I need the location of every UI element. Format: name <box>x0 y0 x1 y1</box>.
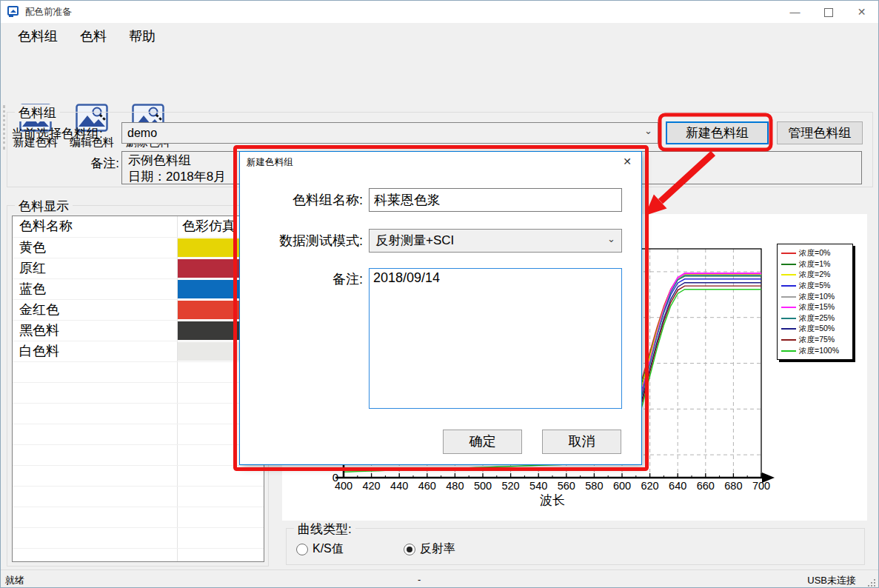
cancel-button[interactable]: 取消 <box>542 430 621 454</box>
legend-label: 浓度=0% <box>799 248 830 258</box>
legend-item: 浓度=50% <box>781 324 849 335</box>
manage-colorant-set-button[interactable]: 管理色料组 <box>777 121 863 144</box>
svg-text:0: 0 <box>332 471 338 484</box>
legend-line-swatch <box>781 253 796 254</box>
legend-line-swatch <box>781 264 796 265</box>
legend-label: 浓度=25% <box>799 313 835 324</box>
legend-line-swatch <box>781 318 796 319</box>
dialog-close-icon[interactable]: ✕ <box>620 156 635 167</box>
legend-item: 浓度=75% <box>781 335 849 346</box>
empty-swatch-cell <box>177 507 264 527</box>
svg-text:500: 500 <box>474 480 492 492</box>
svg-text:560: 560 <box>558 480 575 492</box>
table-row[interactable]: 蓝色 <box>13 279 264 300</box>
remark-label: 备注: <box>45 155 119 172</box>
svg-text:680: 680 <box>724 480 742 492</box>
radio-label: 反射率 <box>420 541 455 557</box>
dialog-remark-textarea[interactable]: 2018/09/14 <box>369 268 622 409</box>
pigment-name-cell: 蓝色 <box>13 279 177 299</box>
dropdown-value: 反射测量+SCI <box>375 233 454 247</box>
dialog-title: 新建色料组 <box>247 156 293 169</box>
name-field-label: 色料组名称: <box>247 191 363 209</box>
set-name-input[interactable] <box>369 188 622 212</box>
table-row[interactable]: 黑色料 <box>13 321 264 341</box>
legend-label: 浓度=15% <box>799 302 835 313</box>
svg-text:640: 640 <box>669 480 686 492</box>
legend-item: 浓度=100% <box>781 345 849 356</box>
app-window: 配色前准备 — ✕ 色料组色料帮助 新建色料编辑色料删除色料 色料组 当前选择色… <box>0 0 879 588</box>
chart-legend: 浓度=0%浓度=1%浓度=2%浓度=5%浓度=10%浓度=15%浓度=25%浓度… <box>777 244 853 360</box>
radio-option-ks[interactable]: K/S值 <box>296 541 344 557</box>
legend-label: 浓度=100% <box>799 346 839 356</box>
group-title: 色料组 <box>15 104 60 121</box>
table-row-empty <box>13 362 264 383</box>
maximize-button[interactable] <box>812 1 845 23</box>
toolbar: 新建色料编辑色料删除色料 <box>1 50 878 108</box>
empty-name-cell <box>13 507 177 527</box>
svg-text:660: 660 <box>697 480 715 492</box>
table-row[interactable]: 白色料 <box>13 341 264 362</box>
svg-text:440: 440 <box>390 480 408 492</box>
legend-label: 浓度=10% <box>799 292 835 302</box>
pigment-name-cell: 黑色料 <box>13 321 177 341</box>
new-colorant-set-button[interactable]: 新建色料组 <box>666 121 769 144</box>
group-title: 曲线类型: <box>294 521 355 538</box>
empty-name-cell <box>13 487 177 507</box>
empty-swatch-cell <box>177 487 264 507</box>
mode-field-label: 数据测试模式: <box>247 232 363 250</box>
empty-name-cell <box>13 404 177 424</box>
legend-label: 浓度=75% <box>799 335 835 345</box>
table-row[interactable]: 黄色 <box>13 238 264 258</box>
table-row-empty <box>13 404 264 424</box>
svg-text:580: 580 <box>585 480 603 492</box>
legend-line-swatch <box>781 285 796 287</box>
legend-item: 浓度=5% <box>781 281 849 292</box>
chevron-down-icon: ⌄ <box>607 228 615 250</box>
colorant-set-combobox[interactable]: demo ⌄ <box>121 122 658 144</box>
remark-field-label: 备注: <box>247 270 363 288</box>
pigment-display-group: 色料显示 色料名称 色彩仿真 黄色原红蓝色金红色黑色料白色料 <box>7 205 269 567</box>
status-ready: 就绪 <box>5 574 24 587</box>
legend-item: 浓度=2% <box>781 270 849 281</box>
close-button[interactable]: ✕ <box>845 1 878 23</box>
table-row-empty <box>13 383 264 404</box>
svg-text:540: 540 <box>529 480 547 492</box>
menu-item-2[interactable]: 色料 <box>80 23 107 50</box>
table-row-empty <box>13 466 264 487</box>
table-row-empty <box>13 487 264 507</box>
legend-line-swatch <box>781 328 796 330</box>
minimize-button[interactable]: — <box>778 1 812 23</box>
empty-name-cell <box>13 549 177 562</box>
svg-text:700: 700 <box>752 480 770 492</box>
test-mode-dropdown[interactable]: 反射测量+SCI ⌄ <box>369 229 622 253</box>
legend-label: 浓度=1% <box>799 259 830 270</box>
maximize-icon <box>824 8 833 17</box>
table-row-empty <box>13 424 264 445</box>
new-colorant-set-dialog: 新建色料组 ✕ 色料组名称: 数据测试模式: 反射测量+SCI ⌄ 备注: 20… <box>239 151 642 465</box>
window-title: 配色前准备 <box>25 6 72 19</box>
resize-grip[interactable] <box>867 578 876 587</box>
radio-icon[interactable] <box>404 544 415 555</box>
menu-bar: 色料组色料帮助 <box>1 23 878 50</box>
legend-line-swatch <box>781 296 796 298</box>
svg-text:620: 620 <box>641 480 658 492</box>
menu-item-1[interactable]: 色料组 <box>18 23 58 50</box>
menu-item-3[interactable]: 帮助 <box>129 23 156 50</box>
table-row[interactable]: 原红 <box>13 258 264 279</box>
empty-swatch-cell <box>177 466 264 486</box>
pigment-name-cell: 黄色 <box>13 238 177 258</box>
chevron-down-icon: ⌄ <box>644 121 652 141</box>
table-row[interactable]: 金红色 <box>13 300 264 321</box>
legend-item: 浓度=0% <box>781 248 849 259</box>
legend-line-swatch <box>781 339 796 341</box>
pigment-table[interactable]: 色料名称 色彩仿真 黄色原红蓝色金红色黑色料白色料 <box>12 216 264 562</box>
pigment-name-cell: 金红色 <box>13 300 177 320</box>
status-center: - <box>418 574 421 585</box>
ok-button[interactable]: 确定 <box>443 430 522 454</box>
svg-text:480: 480 <box>446 480 464 492</box>
combobox-value: demo <box>127 127 157 139</box>
radio-icon[interactable] <box>296 544 308 555</box>
empty-swatch-cell <box>177 528 264 548</box>
group-title: 色料显示 <box>15 198 73 215</box>
radio-option-reflectance[interactable]: 反射率 <box>404 541 455 557</box>
